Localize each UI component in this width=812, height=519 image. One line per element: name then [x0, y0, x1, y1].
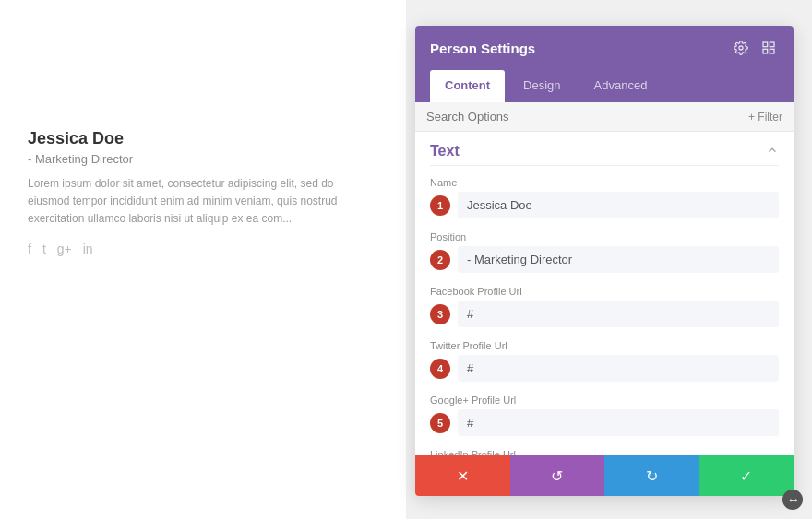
field-googleplus: Google+ Profile Url 5 — [430, 395, 779, 436]
svg-rect-4 — [763, 49, 768, 53]
tab-advanced[interactable]: Advanced — [579, 70, 663, 102]
section-header: Text — [430, 143, 779, 166]
field-googleplus-wrapper: 5 — [430, 409, 779, 436]
field-twitter-wrapper: 4 — [430, 355, 779, 382]
name-input[interactable] — [458, 192, 779, 218]
field-facebook-label: Facebook Profile Url — [430, 286, 779, 297]
tabs-bar: Content Design Advanced — [415, 70, 794, 102]
twitter-icon[interactable]: t — [42, 242, 46, 256]
facebook-icon[interactable]: f — [28, 242, 31, 256]
field-linkedin-label: LinkedIn Profile Url — [430, 449, 779, 455]
section-toggle-icon[interactable] — [766, 144, 779, 159]
person-name: Jessica Doe — [28, 129, 378, 148]
save-button[interactable]: ✓ — [699, 455, 794, 496]
header-icons — [731, 38, 779, 58]
badge-5: 5 — [430, 413, 450, 433]
settings-panel: Person Settings Content Design Advanced … — [415, 26, 794, 496]
tab-design[interactable]: Design — [508, 70, 575, 102]
field-linkedin: LinkedIn Profile Url 6 — [430, 449, 779, 455]
search-bar: + Filter — [415, 102, 794, 132]
field-facebook-wrapper: 3 — [430, 301, 779, 327]
field-name-label: Name — [430, 177, 779, 188]
svg-rect-2 — [770, 42, 774, 47]
field-position-label: Position — [430, 231, 779, 242]
left-panel: Jessica Doe - Marketing Director Lorem i… — [0, 0, 406, 519]
social-icons: f t g+ in — [28, 242, 378, 256]
linkedin-icon[interactable]: in — [83, 242, 93, 256]
facebook-input[interactable] — [458, 301, 779, 327]
field-facebook: Facebook Profile Url 3 — [430, 286, 779, 327]
svg-point-0 — [739, 46, 743, 50]
panel-title: Person Settings — [430, 41, 535, 56]
twitter-input[interactable] — [458, 355, 779, 382]
content-area: Text Name 1 Position 2 Facebo — [415, 132, 794, 455]
badge-2: 2 — [430, 250, 450, 270]
search-input[interactable] — [426, 110, 748, 124]
field-twitter-label: Twitter Profile Url — [430, 340, 779, 351]
footer-bar: ✕ ↺ ↻ ✓ — [415, 455, 794, 496]
layout-icon[interactable] — [758, 38, 779, 58]
drag-icon: ⤢ — [785, 492, 800, 507]
filter-button[interactable]: + Filter — [748, 111, 782, 124]
field-position: Position 2 — [430, 231, 779, 273]
redo-button[interactable]: ↻ — [604, 455, 699, 496]
person-description: Lorem ipsum dolor sit amet, consectetur … — [28, 175, 378, 229]
settings-icon[interactable] — [731, 38, 751, 58]
reset-button[interactable]: ↺ — [510, 455, 605, 496]
googleplus-icon[interactable]: g+ — [57, 242, 72, 256]
field-twitter: Twitter Profile Url 4 — [430, 340, 779, 382]
badge-1: 1 — [430, 195, 450, 216]
googleplus-input[interactable] — [458, 409, 779, 436]
svg-rect-1 — [763, 42, 768, 47]
field-position-wrapper: 2 — [430, 246, 779, 273]
tab-content[interactable]: Content — [430, 70, 505, 102]
section-title: Text — [430, 143, 460, 159]
field-name: Name 1 — [430, 177, 779, 218]
drag-handle[interactable]: ⤢ — [782, 490, 803, 510]
cancel-button[interactable]: ✕ — [415, 455, 510, 496]
badge-3: 3 — [430, 304, 450, 324]
field-googleplus-label: Google+ Profile Url — [430, 395, 779, 406]
person-position: - Marketing Director — [28, 152, 378, 166]
panel-header: Person Settings — [415, 26, 794, 70]
svg-rect-3 — [770, 49, 774, 53]
position-input[interactable] — [458, 246, 779, 273]
badge-4: 4 — [430, 359, 450, 379]
field-name-wrapper: 1 — [430, 192, 779, 218]
